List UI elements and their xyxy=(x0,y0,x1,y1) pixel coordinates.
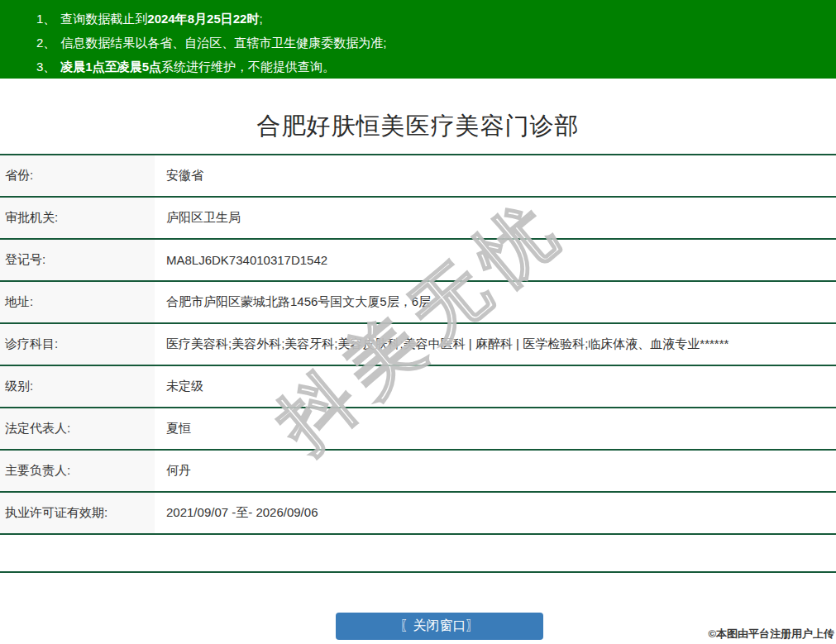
row-value: MA8LJ6DK734010317D1542 xyxy=(155,239,836,281)
row-label: 主要负责人: xyxy=(0,450,155,492)
notice-bold-text: 凌晨1点至凌晨5点 xyxy=(60,60,161,74)
table-row-registration-number: 登记号: MA8LJ6DK734010317D1542 xyxy=(0,239,836,281)
notice-text: 系统进行维护，不能提供查询。 xyxy=(161,60,335,74)
row-label: 法定代表人: xyxy=(0,408,155,450)
row-value: 安徽省 xyxy=(155,155,836,197)
row-label: 地址: xyxy=(0,281,155,323)
upload-caption: ©本图由平台注册用户上传 xyxy=(708,627,834,642)
table-row-level: 级别: 未定级 xyxy=(0,365,836,408)
row-label: 审批机关: xyxy=(0,197,155,239)
notice-panel: 1、查询数据截止到2024年8月25日22时; 2、信息数据结果以各省、自治区、… xyxy=(0,0,836,79)
row-label: 省份: xyxy=(0,155,155,197)
table-row-person-in-charge: 主要负责人: 何丹 xyxy=(0,450,836,492)
empty-cell xyxy=(155,534,836,572)
row-value: 合肥市庐阳区蒙城北路1456号国文大厦5层，6层 xyxy=(155,281,836,323)
table-row-legal-representative: 法定代表人: 夏恒 xyxy=(0,408,836,450)
notice-item-2: 2、信息数据结果以各省、自治区、直辖市卫生健康委数据为准; xyxy=(36,31,836,55)
notice-number: 3、 xyxy=(36,60,55,74)
notice-text: 查询数据截止到 xyxy=(60,12,147,26)
close-window-button[interactable]: 〖关闭窗口〗 xyxy=(336,613,543,640)
row-label: 执业许可证有效期: xyxy=(0,492,155,534)
row-value: 2021/09/07 -至- 2026/09/06 xyxy=(155,492,836,534)
row-value: 何丹 xyxy=(155,450,836,492)
table-row-province: 省份: 安徽省 xyxy=(0,155,836,197)
row-value: 医疗美容科;美容外科;美容牙科;美容皮肤科;美容中医科 | 麻醉科 | 医学检验… xyxy=(155,323,836,365)
notice-text: ; xyxy=(259,12,262,26)
table-row-address: 地址: 合肥市庐阳区蒙城北路1456号国文大厦5层，6层 xyxy=(0,281,836,323)
row-label: 诊疗科目: xyxy=(0,323,155,365)
license-detail-table: 省份: 安徽省 审批机关: 庐阳区卫生局 登记号: MA8LJ6DK734010… xyxy=(0,154,836,573)
empty-cell xyxy=(0,534,155,572)
notice-item-1: 1、查询数据截止到2024年8月25日22时; xyxy=(36,7,836,31)
row-value: 庐阳区卫生局 xyxy=(155,197,836,239)
table-row-approval-authority: 审批机关: 庐阳区卫生局 xyxy=(0,197,836,239)
table-row-license-validity: 执业许可证有效期: 2021/09/07 -至- 2026/09/06 xyxy=(0,492,836,534)
table-row-empty xyxy=(0,534,836,572)
row-value: 夏恒 xyxy=(155,408,836,450)
notice-bold-text: 2024年8月25日22时 xyxy=(147,12,259,26)
row-value: 未定级 xyxy=(155,365,836,408)
notice-item-3: 3、凌晨1点至凌晨5点系统进行维护，不能提供查询。 xyxy=(36,55,836,79)
notice-text: 信息数据结果以各省、自治区、直辖市卫生健康委数据为准; xyxy=(60,36,386,50)
page-title: 合肥好肤恒美医疗美容门诊部 xyxy=(0,110,836,143)
table-row-medical-subjects: 诊疗科目: 医疗美容科;美容外科;美容牙科;美容皮肤科;美容中医科 | 麻醉科 … xyxy=(0,323,836,365)
row-label: 登记号: xyxy=(0,239,155,281)
notice-number: 1、 xyxy=(36,12,55,26)
row-label: 级别: xyxy=(0,365,155,408)
notice-number: 2、 xyxy=(36,36,55,50)
